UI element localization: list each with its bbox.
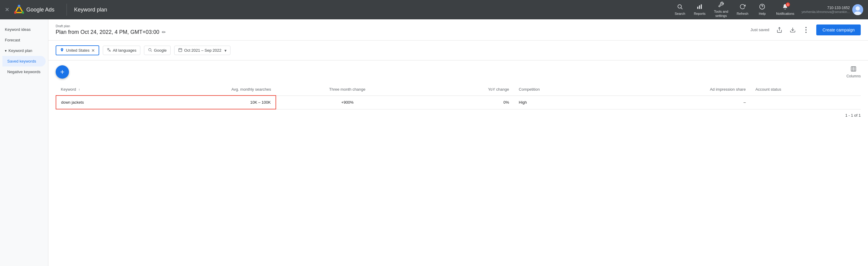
svg-point-16 [805, 27, 807, 28]
three-month-cell: +900% [276, 96, 418, 109]
help-nav-label: Help [759, 12, 766, 16]
reports-nav-label: Reports [694, 12, 706, 16]
sidebar-item-saved-keywords[interactable]: Saved keywords [2, 56, 46, 67]
three-month-label: Three month change [329, 87, 365, 92]
ad-impression-cell: – [609, 96, 751, 109]
page-header: Draft plan Plan from Oct 24, 2022, 4 PM,… [49, 19, 868, 40]
location-icon [60, 48, 64, 53]
calendar-icon [178, 48, 182, 53]
keyword-header[interactable]: Keyword ↑ [56, 84, 123, 96]
search-engine-icon [148, 48, 152, 53]
svg-rect-8 [701, 4, 702, 9]
add-keyword-button[interactable]: + [56, 65, 69, 78]
nav-actions: Search Reports Tools and settings [671, 0, 863, 20]
three-month-header[interactable]: Three month change [276, 84, 418, 96]
keyword-plan-label: Keyword plan [8, 48, 32, 53]
table-header: Keyword ↑ Avg. monthly searches Three mo… [56, 84, 861, 96]
svg-point-19 [149, 48, 151, 51]
page-header-left: Draft plan Plan from Oct 24, 2022, 4 PM,… [56, 24, 166, 35]
share-button[interactable] [774, 25, 785, 35]
more-options-button[interactable] [801, 25, 811, 35]
user-info: 710-133-1652 yevheniia.khromova@serankin… [802, 6, 850, 13]
top-navigation: ✕ Google Ads Keyword plan Search [0, 0, 868, 19]
competition-cell: High [514, 96, 609, 109]
reports-icon [696, 4, 703, 11]
google-ads-text: Google Ads [26, 7, 55, 13]
refresh-nav-item[interactable]: Refresh [733, 2, 752, 18]
svg-line-5 [681, 8, 683, 9]
sidebar-item-keyword-ideas[interactable]: Keyword ideas [0, 24, 46, 35]
table-row: down jackets 10K – 100K +900% 0% High – [56, 96, 861, 109]
columns-icon [850, 66, 857, 73]
sidebar: Keyword ideas Forecast ▾ Keyword plan Sa… [0, 19, 49, 266]
search-nav-label: Search [675, 12, 685, 16]
date-range-filter[interactable]: Oct 2021 – Sep 2022 ▾ [174, 46, 230, 55]
yoy-label: YoY change [488, 87, 509, 92]
language-icon [107, 48, 111, 53]
search-nav-item[interactable]: Search [671, 2, 689, 18]
create-campaign-button[interactable]: Create campaign [816, 25, 861, 35]
tools-icon [718, 1, 724, 9]
notifications-icon: 1 [782, 4, 788, 11]
close-button[interactable]: ✕ [5, 6, 9, 13]
account-status-cell [751, 96, 861, 109]
competition-header[interactable]: Competition [514, 84, 609, 96]
keyword-header-label: Keyword [61, 87, 76, 92]
nav-divider [66, 4, 67, 16]
user-phone: 710-133-1652 [802, 6, 850, 10]
notifications-nav-item[interactable]: 1 Notifications [772, 2, 798, 18]
user-menu[interactable]: 710-133-1652 yevheniia.khromova@serankin… [802, 4, 863, 15]
forecast-label: Forecast [5, 38, 20, 42]
keyword-ideas-label: Keyword ideas [5, 27, 31, 32]
edit-icon[interactable]: ✏ [162, 29, 166, 35]
search-icon [677, 4, 683, 11]
sidebar-item-forecast[interactable]: Forecast [0, 35, 46, 45]
language-value: All languages [113, 48, 136, 53]
header-actions [774, 25, 811, 35]
location-clear-icon[interactable]: ✕ [91, 48, 95, 53]
account-status-header[interactable]: Account status [751, 84, 861, 96]
date-range-value: Oct 2021 – Sep 2022 [184, 48, 221, 53]
download-button[interactable] [787, 25, 798, 35]
yoy-header[interactable]: YoY change [418, 84, 514, 96]
svg-point-4 [678, 4, 682, 8]
reports-nav-item[interactable]: Reports [690, 2, 709, 18]
filters-bar: United States ✕ All languages Google [49, 40, 868, 61]
location-filter[interactable]: United States ✕ [56, 45, 99, 55]
notifications-nav-label: Notifications [776, 12, 794, 16]
refresh-icon [740, 4, 745, 11]
sidebar-item-keyword-plan[interactable]: ▾ Keyword plan [0, 45, 48, 56]
avg-monthly-header[interactable]: Avg. monthly searches [123, 84, 276, 96]
sidebar-item-negative-keywords[interactable]: Negative keywords [2, 67, 46, 77]
google-ads-logo: Google Ads [14, 5, 55, 14]
table-body: down jackets 10K – 100K +900% 0% High – [56, 96, 861, 109]
sort-icon: ↑ [78, 88, 80, 91]
columns-button[interactable]: Columns [846, 66, 861, 78]
tools-nav-item[interactable]: Tools and settings [710, 0, 732, 20]
draft-label: Draft plan [56, 24, 166, 28]
user-email: yevheniia.khromova@serankin... [802, 10, 850, 13]
svg-point-17 [805, 29, 807, 31]
table-toolbar: + Columns [56, 61, 861, 84]
main-layout: Keyword ideas Forecast ▾ Keyword plan Sa… [0, 19, 868, 266]
keyword-cell: down jackets [56, 96, 123, 109]
svg-rect-6 [698, 7, 698, 9]
columns-label: Columns [846, 74, 861, 78]
chevron-down-icon: ▾ [5, 49, 7, 53]
keywords-table: Keyword ↑ Avg. monthly searches Three mo… [56, 84, 861, 109]
chevron-down-icon: ▾ [224, 48, 226, 53]
refresh-nav-label: Refresh [737, 12, 748, 16]
search-engine-filter[interactable]: Google [144, 46, 170, 55]
search-engine-value: Google [154, 48, 167, 53]
saved-keywords-label: Saved keywords [7, 59, 36, 64]
competition-label: Competition [519, 87, 539, 92]
help-nav-item[interactable]: Help [753, 2, 771, 18]
sidebar-sub-items: Saved keywords Negative keywords [0, 56, 48, 77]
svg-line-20 [151, 51, 152, 52]
main-content: Draft plan Plan from Oct 24, 2022, 4 PM,… [49, 19, 868, 266]
avg-monthly-label: Avg. monthly searches [231, 87, 271, 92]
ad-impression-header[interactable]: Ad impression share [609, 84, 751, 96]
table-area: + Columns Keyword ↑ [49, 61, 868, 129]
language-filter[interactable]: All languages [103, 46, 140, 55]
negative-keywords-label: Negative keywords [7, 69, 40, 74]
